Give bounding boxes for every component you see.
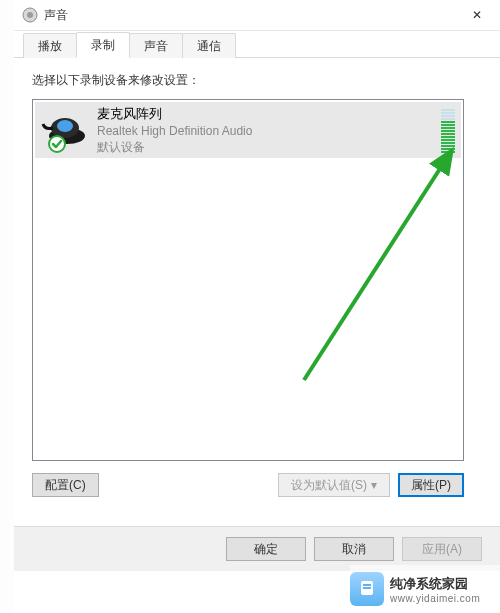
svg-point-1 (27, 12, 33, 18)
close-button[interactable]: ✕ (454, 0, 500, 30)
device-item[interactable]: 麦克风阵列 Realtek High Definition Audio 默认设备 (35, 102, 461, 158)
tab-recording[interactable]: 录制 (76, 32, 130, 58)
lower-button-row: 配置(C) 设为默认值(S) ▾ 属性(P) (32, 473, 464, 497)
device-driver: Realtek High Definition Audio (97, 124, 441, 138)
set-default-label: 设为默认值(S) (291, 474, 367, 496)
watermark-title: 纯净系统家园 (390, 575, 480, 593)
device-icon (35, 102, 95, 158)
cancel-button[interactable]: 取消 (314, 537, 394, 561)
device-status: 默认设备 (97, 139, 441, 156)
device-name: 麦克风阵列 (97, 105, 441, 123)
apply-button[interactable]: 应用(A) (402, 537, 482, 561)
app-icon (22, 7, 38, 23)
svg-rect-8 (363, 584, 371, 586)
sound-dialog: 声音 ✕ 播放 录制 声音 通信 选择以下录制设备来修改设置： (14, 0, 500, 613)
instruction-text: 选择以下录制设备来修改设置： (32, 72, 482, 89)
level-meter (441, 107, 455, 153)
properties-button[interactable]: 属性(P) (398, 473, 464, 497)
configure-button[interactable]: 配置(C) (32, 473, 99, 497)
set-default-button[interactable]: 设为默认值(S) ▾ (278, 473, 390, 497)
close-icon: ✕ (472, 8, 482, 22)
device-list[interactable]: 麦克风阵列 Realtek High Definition Audio 默认设备 (32, 99, 464, 461)
ok-button[interactable]: 确定 (226, 537, 306, 561)
chevron-down-icon: ▾ (371, 474, 377, 496)
tab-content: 选择以下录制设备来修改设置： 麦克风阵列 Realtek High Defini (14, 58, 500, 505)
tab-playback[interactable]: 播放 (23, 33, 77, 58)
tab-strip: 播放 录制 声音 通信 (14, 31, 500, 58)
tab-communications[interactable]: 通信 (182, 33, 236, 58)
watermark: 纯净系统家园 www.yidaimei.com (350, 565, 500, 613)
svg-rect-9 (363, 587, 371, 589)
watermark-icon (350, 572, 384, 606)
watermark-url: www.yidaimei.com (390, 593, 480, 604)
window-title: 声音 (44, 7, 454, 24)
device-text: 麦克风阵列 Realtek High Definition Audio 默认设备 (95, 105, 441, 156)
tab-sounds[interactable]: 声音 (129, 33, 183, 58)
titlebar: 声音 ✕ (14, 0, 500, 31)
svg-point-4 (57, 120, 73, 132)
